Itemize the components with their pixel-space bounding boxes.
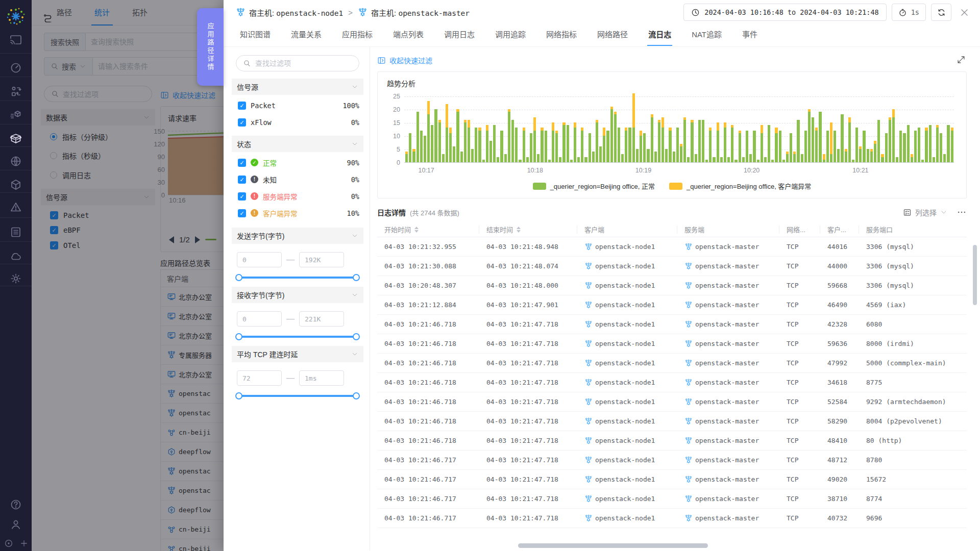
sort-desc-icon[interactable] (414, 230, 419, 233)
filter-search-input[interactable] (255, 59, 332, 67)
drawer-tab-7[interactable]: 网络路径 (596, 24, 629, 46)
cloud-icon[interactable] (10, 250, 22, 262)
drawer-tab-9[interactable]: NAT追踪 (691, 24, 723, 46)
section-range-2[interactable]: 平均 TCP 建连时延 (232, 346, 363, 362)
table-row[interactable]: 04-03 10:21:46.71704-03 10:21:47.718open… (377, 470, 967, 489)
sort-asc-icon[interactable] (517, 227, 521, 229)
table-row[interactable]: 04-03 10:21:12.88404-03 10:21:47.901open… (377, 295, 967, 315)
table-row[interactable]: 04-03 10:21:30.08804-03 10:21:48.074open… (377, 257, 967, 276)
gear-icon[interactable] (10, 272, 22, 285)
collapse-quick-filter-link[interactable]: 收起快速过滤 (377, 55, 432, 65)
table-row[interactable]: 04-03 10:21:46.71804-03 10:21:47.718open… (377, 431, 967, 450)
drawer-tab-8[interactable]: 流日志 (647, 24, 672, 46)
table-row[interactable]: 04-03 10:21:46.71704-03 10:21:47.718open… (377, 489, 967, 509)
globe-icon[interactable] (10, 155, 22, 167)
sort-asc-icon[interactable] (414, 227, 419, 229)
table-row[interactable]: 04-03 10:21:46.71704-03 10:21:47.718open… (377, 509, 967, 528)
cast-screen-icon[interactable] (10, 34, 22, 46)
column-select-button[interactable]: 列选择 (903, 207, 947, 217)
bar-normal-segment (687, 157, 690, 162)
stacked-bar (734, 160, 737, 162)
stacked-bar (665, 149, 668, 162)
table-cell-text: TCP (787, 475, 798, 483)
bar-normal-segment (409, 133, 411, 162)
drawer-tab-1[interactable]: 流量关系 (290, 24, 323, 46)
drawer-tab-6[interactable]: 网络指标 (545, 24, 578, 46)
cube-send-icon[interactable] (10, 109, 22, 121)
filter-panel: 信号源 ✓Packet100%✓xFlow0% 状态 ✓✓正常90%✓!未知0%… (224, 47, 370, 550)
filter-search[interactable] (236, 55, 359, 71)
checkbox-icon[interactable]: ✓ (238, 118, 246, 127)
more-actions-button[interactable] (957, 207, 967, 217)
refresh-interval-select[interactable]: 1s (892, 4, 926, 21)
table-row[interactable]: 04-03 10:21:46.71804-03 10:21:47.718open… (377, 412, 967, 431)
range-min-input[interactable] (237, 370, 282, 386)
drawer-tab-0[interactable]: 知识图谱 (239, 24, 272, 46)
drawer-tab-5[interactable]: 调用追踪 (494, 24, 527, 46)
expand-fullscreen-icon[interactable] (957, 55, 967, 65)
slider-handle-min[interactable] (235, 392, 242, 399)
table-row[interactable]: 04-03 10:21:46.71804-03 10:21:47.718open… (377, 334, 967, 354)
help-icon[interactable] (10, 498, 22, 511)
vertical-scrollbar[interactable] (973, 245, 977, 305)
slider-handle-min[interactable] (235, 274, 242, 281)
table-row[interactable]: 04-03 10:21:46.71804-03 10:21:47.718open… (377, 315, 967, 334)
column-header-0[interactable]: 开始时间 (377, 226, 479, 234)
section-signal-source[interactable]: 信号源 (232, 79, 363, 95)
range-slider-0[interactable] (239, 277, 356, 279)
legend-item-1[interactable]: _querier_region=Beijing office, 客户端异常 (669, 181, 811, 191)
drawer-tab-2[interactable]: 应用指标 (341, 24, 374, 46)
cube-3d-icon[interactable] (10, 179, 22, 191)
stacked-bar (837, 149, 840, 162)
time-range-picker[interactable]: 2024-04-03 10:16:48 to 2024-04-03 10:21:… (683, 4, 886, 21)
app-logo-icon[interactable] (6, 6, 26, 27)
range-max-input[interactable] (299, 370, 344, 386)
drawer-tab-10[interactable]: 事件 (741, 24, 758, 46)
range-min-input[interactable] (237, 252, 282, 267)
checkbox-icon[interactable]: ✓ (238, 192, 246, 201)
legend-item-0[interactable]: _querier_region=Beijing office, 正常 (533, 181, 655, 191)
section-status[interactable]: 状态 (232, 136, 363, 152)
drawer-handle[interactable]: 应用路径详情 (197, 8, 224, 86)
table-cell: 8000 (irdmi) (859, 340, 967, 347)
sort-icon[interactable] (414, 227, 419, 233)
table-row[interactable]: 04-03 10:21:46.71804-03 10:21:47.718open… (377, 373, 967, 392)
modal-dim-overlay[interactable] (32, 0, 224, 551)
close-drawer-button[interactable] (957, 5, 972, 20)
slider-handle-max[interactable] (353, 392, 360, 399)
table-row[interactable]: 04-03 10:21:32.95504-03 10:21:48.948open… (377, 237, 967, 257)
table-row[interactable]: 04-03 10:21:46.71704-03 10:21:47.718open… (377, 450, 967, 470)
sort-icon[interactable] (517, 227, 521, 233)
horizontal-scrollbar[interactable] (518, 543, 708, 548)
drawer-tab-4[interactable]: 调用日志 (443, 24, 476, 46)
warning-icon[interactable] (10, 201, 22, 213)
table-row[interactable]: 04-03 10:21:46.71804-03 10:21:47.718open… (377, 392, 967, 412)
checkbox-icon[interactable]: ✓ (238, 159, 246, 167)
slider-handle-min[interactable] (235, 333, 242, 340)
range-min-input[interactable] (237, 311, 282, 327)
range-slider-1[interactable] (239, 336, 356, 338)
record-icon[interactable] (4, 539, 13, 548)
table-row[interactable]: 04-03 10:20:48.30704-03 10:21:48.000open… (377, 276, 967, 295)
open-box-icon[interactable] (10, 133, 22, 145)
checkbox-icon[interactable]: ✓ (238, 102, 246, 110)
column-header-1[interactable]: 结束时间 (479, 226, 577, 234)
plus-icon[interactable] (19, 539, 29, 548)
section-range-0[interactable]: 发送字节(字节) (232, 228, 363, 244)
gauge-icon[interactable] (10, 62, 22, 74)
table-row[interactable]: 04-03 10:21:46.71804-03 10:21:47.718open… (377, 354, 967, 373)
section-range-1[interactable]: 接收字节(字节) (232, 287, 363, 303)
drawer-tab-3[interactable]: 端点列表 (392, 24, 425, 46)
user-icon[interactable] (10, 518, 22, 531)
checkbox-icon[interactable]: ✓ (238, 176, 246, 184)
list-icon[interactable] (10, 226, 22, 238)
slider-handle-max[interactable] (353, 333, 360, 340)
slider-handle-max[interactable] (353, 274, 360, 281)
range-slider-2[interactable] (239, 395, 356, 397)
range-max-input[interactable] (299, 252, 344, 267)
range-max-input[interactable] (299, 311, 344, 327)
component-swap-icon[interactable] (10, 85, 22, 97)
checkbox-icon[interactable]: ✓ (238, 209, 246, 217)
refresh-button[interactable] (931, 4, 951, 21)
sort-desc-icon[interactable] (517, 230, 521, 233)
